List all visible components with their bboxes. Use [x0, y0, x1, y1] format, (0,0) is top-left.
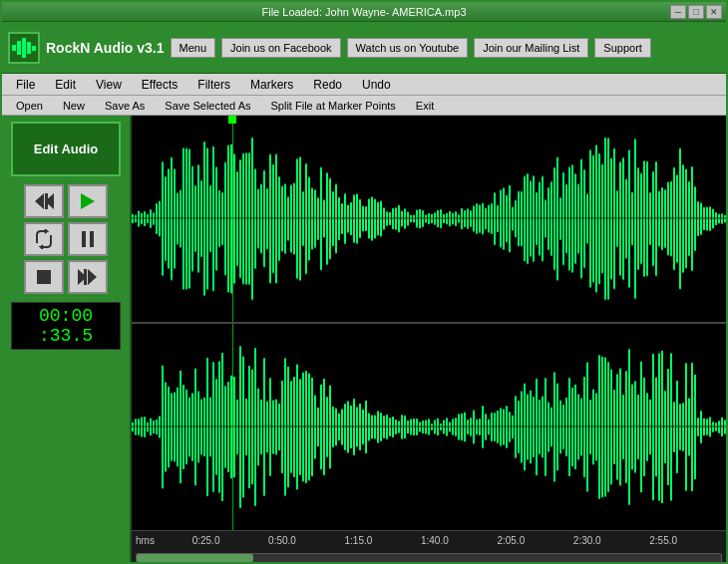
support-button[interactable]: Support	[594, 38, 651, 58]
menu-filters[interactable]: Filters	[187, 76, 240, 94]
pause-button[interactable]	[68, 222, 108, 256]
svg-rect-12	[90, 231, 94, 247]
menu-undo[interactable]: Undo	[352, 76, 401, 94]
timeline: hms 0:25.0 0:50.0 1:15.0 1:40.0 2:05.0 2…	[132, 530, 726, 550]
submenu-save-selected-as[interactable]: Save Selected As	[155, 99, 260, 113]
svg-rect-1	[17, 41, 21, 55]
svg-marker-5	[35, 193, 44, 209]
file-title: File Loaded: John Wayne- AMERICA.mp3	[261, 6, 466, 18]
app-title: RockN Audio v3.1	[46, 40, 165, 56]
menu-button[interactable]: Menu	[171, 38, 216, 58]
stop-button[interactable]	[24, 260, 64, 294]
mailing-list-button[interactable]: Join our Mailing List	[474, 38, 588, 58]
edit-audio-button[interactable]: Edit Audio	[11, 122, 121, 176]
window-controls: ─ □ ✕	[670, 5, 722, 19]
menu-file[interactable]: File	[6, 76, 45, 94]
time-display: 00:00 :33.5	[11, 302, 121, 350]
svg-rect-2	[22, 38, 26, 58]
timeline-labels: hms 0:25.0 0:50.0 1:15.0 1:40.0 2:05.0 2…	[136, 535, 722, 546]
menu-redo[interactable]: Redo	[303, 76, 352, 94]
submenu-save-as[interactable]: Save As	[95, 99, 155, 113]
menu-bar: File Edit View Effects Filters Markers R…	[2, 74, 726, 96]
svg-rect-3	[27, 42, 31, 54]
menu-markers[interactable]: Markers	[240, 76, 303, 94]
app-header: RockN Audio v3.1 Menu Join us on Faceboo…	[2, 22, 726, 74]
waveform-canvas-top	[132, 116, 726, 322]
svg-rect-11	[82, 231, 86, 247]
tl-hms: hms	[136, 535, 155, 546]
menu-edit[interactable]: Edit	[45, 76, 86, 94]
scrollbar-track[interactable]	[136, 553, 722, 563]
maximize-button[interactable]: □	[688, 5, 704, 19]
svg-rect-0	[12, 45, 16, 51]
scrollbar-area	[132, 550, 726, 564]
svg-rect-15	[84, 269, 87, 285]
submenu-open[interactable]: Open	[6, 99, 53, 113]
transport-controls	[8, 184, 124, 294]
svg-rect-13	[37, 270, 51, 284]
svg-rect-4	[32, 46, 36, 51]
youtube-button[interactable]: Watch us on Youtube	[347, 38, 469, 58]
close-button[interactable]: ✕	[706, 5, 722, 19]
waveform-top[interactable]	[132, 116, 726, 324]
marker-line-top	[232, 116, 233, 322]
waveform-area: hms 0:25.0 0:50.0 1:15.0 1:40.0 2:05.0 2…	[132, 116, 726, 564]
tl-label-6: 2:30.0	[573, 535, 601, 546]
tl-label-4: 1:40.0	[421, 535, 449, 546]
title-bar: File Loaded: John Wayne- AMERICA.mp3 ─ □…	[2, 2, 726, 22]
forward-button[interactable]	[68, 260, 108, 294]
tl-label-1: 0:25.0	[192, 535, 220, 546]
scrollbar-thumb[interactable]	[137, 554, 253, 562]
svg-marker-16	[88, 269, 97, 285]
marker-line-bottom	[232, 324, 233, 530]
submenu-exit[interactable]: Exit	[406, 99, 444, 113]
minimize-button[interactable]: ─	[670, 5, 686, 19]
play-button[interactable]	[68, 184, 108, 218]
menu-view[interactable]: View	[86, 76, 132, 94]
rewind-button[interactable]	[24, 184, 64, 218]
left-panel: Edit Audio	[2, 116, 132, 564]
submenu-split-file[interactable]: Split File at Marker Points	[261, 99, 406, 113]
menu-effects[interactable]: Effects	[132, 76, 187, 94]
logo-icon	[8, 32, 40, 64]
loop-button[interactable]	[24, 222, 64, 256]
main-area: Edit Audio	[2, 116, 726, 564]
tl-label-5: 2:05.0	[497, 535, 525, 546]
tl-label-7: 2:55.0	[649, 535, 677, 546]
facebook-button[interactable]: Join us on Facebook	[221, 38, 341, 58]
waveform-canvas-bottom	[132, 324, 726, 530]
logo-area: RockN Audio v3.1	[8, 32, 165, 64]
sub-menu-bar: Open New Save As Save Selected As Split …	[2, 96, 726, 116]
marker-dot-top	[228, 116, 236, 124]
tl-label-2: 0:50.0	[268, 535, 296, 546]
tl-label-3: 1:15.0	[345, 535, 373, 546]
submenu-new[interactable]: New	[53, 99, 95, 113]
waveform-bottom[interactable]	[132, 324, 726, 530]
svg-marker-8	[81, 193, 95, 209]
